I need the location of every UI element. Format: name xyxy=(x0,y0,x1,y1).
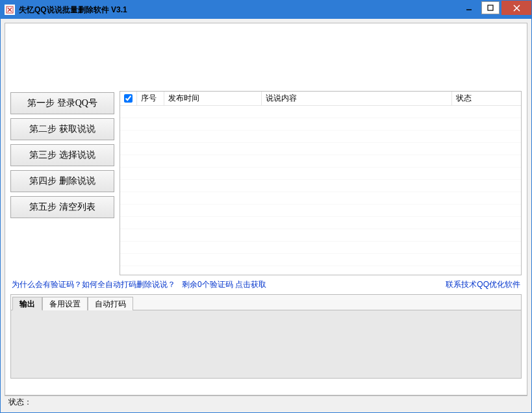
mid-row: 第一步 登录QQ号 第二步 获取说说 第三步 选择说说 第四步 删除说说 第五步… xyxy=(10,91,522,275)
close-button[interactable] xyxy=(501,1,531,15)
col-checkbox[interactable] xyxy=(120,92,137,105)
tab-content-output[interactable] xyxy=(11,310,521,378)
client-area: 第一步 登录QQ号 第二步 获取说说 第三步 选择说说 第四步 删除说说 第五步… xyxy=(1,19,531,412)
link-auto-captcha[interactable]: 如何全自动打码删除说说？ xyxy=(82,279,175,290)
col-time[interactable]: 发布时间 xyxy=(164,92,262,105)
maximize-button[interactable] xyxy=(481,1,500,14)
tabs-strip: 输出 备用设置 自动打码 xyxy=(11,295,521,310)
step1-login-button[interactable]: 第一步 登录QQ号 xyxy=(10,92,114,114)
step5-clear-button[interactable]: 第五步 清空列表 xyxy=(10,196,114,218)
col-pad xyxy=(511,92,521,105)
table-header: 序号 发布时间 说说内容 状态 xyxy=(120,92,521,106)
col-seq[interactable]: 序号 xyxy=(137,92,164,105)
step4-delete-button[interactable]: 第四步 删除说说 xyxy=(10,170,114,192)
data-table: 序号 发布时间 说说内容 状态 xyxy=(120,91,522,275)
steps-column: 第一步 登录QQ号 第二步 获取说说 第三步 选择说说 第四步 删除说说 第五步… xyxy=(10,91,114,275)
minimize-button[interactable] xyxy=(459,1,479,15)
statusbar: 状态： xyxy=(5,395,527,408)
titlebar[interactable]: 失忆QQ说说批量删除软件 V3.1 xyxy=(1,1,531,19)
links-row: 为什么会有验证码？ 如何全自动打码删除说说？ 剩余0个验证码 点击获取 联系技术… xyxy=(10,275,522,293)
links-left: 为什么会有验证码？ 如何全自动打码删除说说？ 剩余0个验证码 点击获取 xyxy=(12,279,266,290)
tab-output[interactable]: 输出 xyxy=(12,297,42,310)
link-contact[interactable]: 联系技术QQ优化软件 xyxy=(446,279,520,290)
window-controls xyxy=(459,1,531,19)
window-title: 失忆QQ说说批量删除软件 V3.1 xyxy=(19,5,459,16)
link-why-captcha[interactable]: 为什么会有验证码？ xyxy=(12,279,82,290)
app-icon xyxy=(5,5,15,15)
bottom-tabs: 输出 备用设置 自动打码 xyxy=(10,294,522,379)
tab-backup-settings[interactable]: 备用设置 xyxy=(42,297,88,310)
link-remaining-captcha[interactable]: 剩余0个验证码 点击获取 xyxy=(182,279,266,290)
select-all-checkbox[interactable] xyxy=(124,94,133,103)
step3-select-button[interactable]: 第三步 选择说说 xyxy=(10,144,114,166)
step2-fetch-button[interactable]: 第二步 获取说说 xyxy=(10,118,114,140)
statusbar-label: 状态： xyxy=(8,397,32,408)
app-window: 失忆QQ说说批量删除软件 V3.1 第一步 登录QQ号 第二步 获取说说 第三步… xyxy=(0,0,532,413)
tab-auto-captcha[interactable]: 自动打码 xyxy=(88,297,133,310)
table-body[interactable] xyxy=(120,106,521,275)
top-banner xyxy=(10,29,522,91)
col-content[interactable]: 说说内容 xyxy=(262,92,452,105)
svg-rect-2 xyxy=(488,5,493,10)
main-panel: 第一步 登录QQ号 第二步 获取说说 第三步 选择说说 第四步 删除说说 第五步… xyxy=(5,23,527,395)
col-status[interactable]: 状态 xyxy=(452,92,511,105)
